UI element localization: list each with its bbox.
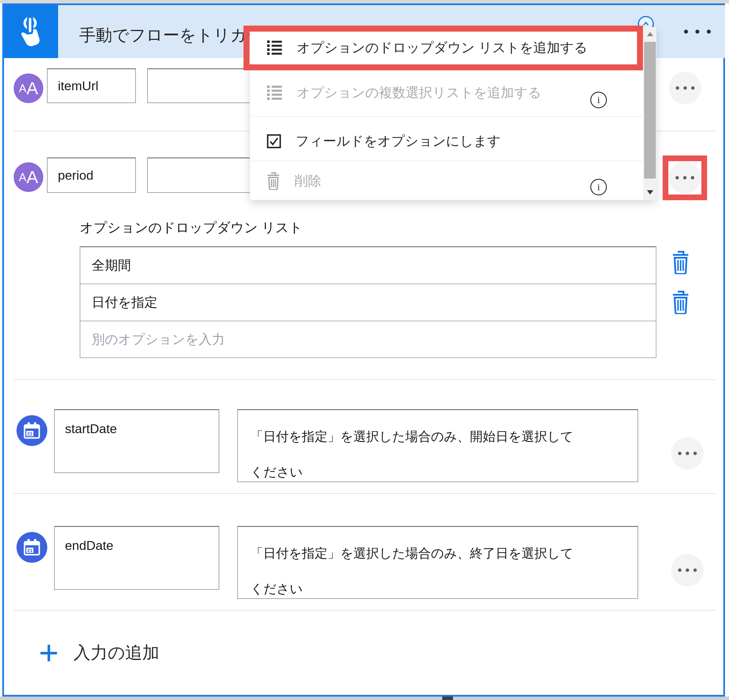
checkbox-checked-icon (267, 134, 281, 149)
option-input-row-new[interactable]: 別のオプションを入力 (80, 321, 656, 358)
field-description-text: 「日付を指定」を選択した場合のみ、開始日を選択して ください (238, 410, 638, 490)
field-description-input-enddate[interactable]: 「日付を指定」を選択した場合のみ、終了日を選択して ください (237, 526, 638, 599)
multiselect-list-icon (267, 85, 283, 101)
touch-icon (15, 14, 47, 49)
scroll-up-arrow-icon[interactable] (647, 32, 653, 36)
flow-trigger-card-screen: 手動でフローをトリガーします AA itemUrl AA period オプショ… (0, 0, 729, 700)
field-name-value: period (48, 168, 93, 183)
page-bottom-strip (0, 697, 729, 700)
menu-item-delete: 削除 (250, 172, 321, 190)
delete-option-button[interactable] (672, 251, 689, 274)
ellipsis-icon (676, 86, 679, 90)
ellipsis-icon (684, 30, 688, 33)
menu-item-label: フィールドをオプションにします (296, 132, 501, 150)
menu-divider (251, 116, 643, 117)
row-divider (14, 493, 715, 494)
menu-item-add-multiselect-list: オプションの複数選択リストを追加する (250, 84, 541, 102)
option-value: 全期間 (92, 257, 131, 274)
plus-icon (40, 644, 58, 662)
info-icon[interactable]: i (590, 179, 607, 195)
page-top-strip (0, 0, 729, 3)
field-name-value: itemUrl (48, 78, 99, 93)
info-icon[interactable]: i (590, 92, 607, 108)
field-menu-button-itemurl[interactable] (669, 72, 701, 104)
ellipsis-icon (678, 568, 681, 572)
add-input-label: 入力の追加 (74, 641, 159, 664)
dropdown-options-label: オプションのドロップダウン リスト (80, 219, 303, 237)
ellipsis-icon (678, 452, 681, 455)
card-menu-button[interactable] (684, 28, 715, 36)
manual-trigger-tile (4, 5, 58, 58)
calendar-icon: 21 (23, 539, 41, 556)
trash-icon (672, 251, 689, 274)
field-name-input-itemurl[interactable]: itemUrl (47, 68, 136, 103)
date-field-type-icon: 21 (16, 415, 47, 446)
field-name-value: endDate (55, 527, 219, 553)
calendar-icon: 21 (23, 422, 41, 439)
scroll-down-arrow-icon[interactable] (647, 190, 653, 195)
date-field-type-icon: 21 (16, 532, 47, 563)
option-value: 日付を指定 (92, 293, 157, 311)
field-name-input-startdate[interactable]: startDate (54, 409, 219, 473)
row-divider (14, 379, 715, 380)
field-name-input-period[interactable]: period (47, 157, 136, 193)
field-name-value: startDate (55, 410, 219, 436)
option-placeholder: 別のオプションを入力 (92, 331, 225, 348)
highlight-box-add-dropdown-option (244, 26, 643, 70)
highlight-box-field-menu-button (663, 155, 707, 200)
row-divider (14, 610, 715, 611)
svg-text:21: 21 (27, 431, 32, 437)
dropdown-options-list: 全期間 日付を指定 別のオプションを入力 (80, 246, 656, 358)
trash-icon (267, 172, 280, 190)
add-input-button[interactable]: 入力の追加 (40, 641, 159, 664)
field-menu-button-enddate[interactable] (671, 554, 704, 587)
menu-divider (251, 161, 643, 161)
option-input-row[interactable]: 日付を指定 (80, 284, 656, 321)
menu-scrollbar-thumb[interactable] (644, 42, 656, 179)
bottom-tick (442, 697, 453, 700)
delete-option-button[interactable] (672, 291, 689, 314)
trash-icon (672, 291, 689, 314)
field-description-text: 「日付を指定」を選択した場合のみ、終了日を選択して ください (238, 527, 638, 607)
text-field-type-icon: AA (14, 74, 43, 103)
text-field-type-icon: AA (14, 162, 43, 192)
field-name-input-enddate[interactable]: endDate (54, 526, 219, 590)
menu-item-label: オプションの複数選択リストを追加する (297, 84, 541, 102)
field-description-input-startdate[interactable]: 「日付を指定」を選択した場合のみ、開始日を選択して ください (237, 409, 638, 482)
field-menu-button-startdate[interactable] (671, 437, 704, 470)
svg-text:21: 21 (27, 548, 32, 553)
menu-item-label: 削除 (295, 172, 321, 190)
option-input-row[interactable]: 全期間 (80, 247, 656, 284)
menu-item-make-field-optional[interactable]: フィールドをオプションにします (250, 132, 501, 150)
